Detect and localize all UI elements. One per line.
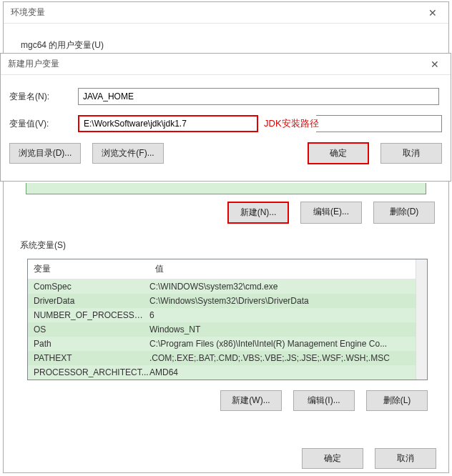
var-name-label: 变量名(N): xyxy=(9,91,78,103)
value-input-remainder[interactable] xyxy=(316,115,442,132)
table-row[interactable]: PATHEXT.COM;.EXE;.BAT;.CMD;.VBS;.VBE;.JS… xyxy=(28,351,416,365)
var-value-label: 变量值(V): xyxy=(9,118,78,130)
edit-sys-button[interactable]: 编辑(I)... xyxy=(293,390,355,411)
table-header: 变量 值 xyxy=(28,259,416,279)
browse-file-button[interactable]: 浏览文件(F)... xyxy=(92,143,164,164)
cell-variable: OS xyxy=(34,324,149,334)
table-row[interactable]: OSWindows_NT xyxy=(28,322,416,337)
cell-variable: DriverData xyxy=(34,296,149,306)
new-user-button[interactable]: 新建(N)... xyxy=(227,202,289,224)
user-vars-label: mgc64 的用户变量(U) xyxy=(21,39,431,51)
new-sys-button[interactable]: 新建(W)... xyxy=(220,390,282,411)
var-value-input[interactable] xyxy=(78,115,258,132)
ok-button[interactable]: 确定 xyxy=(308,142,369,164)
cell-value: C:\Program Files (x86)\Intel\Intel(R) Ma… xyxy=(149,339,416,349)
cell-value: C:\WINDOWS\system32\cmd.exe xyxy=(149,282,416,292)
delete-user-button[interactable]: 删除(D) xyxy=(373,202,435,224)
delete-sys-button[interactable]: 删除(L) xyxy=(366,390,428,411)
cell-variable: ComSpec xyxy=(34,282,149,292)
table-row[interactable]: DriverDataC:\Windows\System32\Drivers\Dr… xyxy=(28,294,416,308)
env-cancel-button[interactable]: 取消 xyxy=(375,448,436,469)
annotation-text: JDK安装路径 xyxy=(264,117,319,130)
table-row[interactable]: PathC:\Program Files (x86)\Intel\Intel(R… xyxy=(28,337,416,351)
close-icon[interactable]: ✕ xyxy=(424,7,441,19)
new-title-bar: 新建用户变量 ✕ xyxy=(1,54,451,75)
table-row[interactable]: PROCESSOR_ARCHITECT...AMD64 xyxy=(28,365,416,380)
cell-variable: PATHEXT xyxy=(34,353,149,363)
cell-value: .COM;.EXE;.BAT;.CMD;.VBS;.VBE;.JS;.JSE;.… xyxy=(149,353,416,363)
cell-value: AMD64 xyxy=(149,367,416,377)
user-list-fragment xyxy=(26,183,426,194)
system-vars-label: 系统变量(S) xyxy=(20,239,435,252)
cell-variable: Path xyxy=(34,339,149,349)
env-ok-button[interactable]: 确定 xyxy=(302,448,363,469)
table-row[interactable]: ComSpecC:\WINDOWS\system32\cmd.exe xyxy=(28,279,416,294)
cell-value: C:\Windows\System32\Drivers\DriverData xyxy=(149,296,416,306)
env-lower-section: 新建(N)... 编辑(E)... 删除(D) 系统变量(S) 变量 值 Com… xyxy=(20,197,435,427)
env-title-bar: 环境变量 ✕ xyxy=(4,2,448,24)
cell-value: Windows_NT xyxy=(149,324,416,334)
cancel-button[interactable]: 取消 xyxy=(380,143,442,164)
cell-variable: NUMBER_OF_PROCESSORS xyxy=(34,310,149,320)
system-vars-table: 变量 值 ComSpecC:\WINDOWS\system32\cmd.exeD… xyxy=(27,259,428,380)
env-title-text: 环境变量 xyxy=(11,6,45,19)
col-variable[interactable]: 变量 xyxy=(28,259,149,279)
scrollbar[interactable] xyxy=(416,259,427,380)
new-user-var-dialog: 新建用户变量 ✕ 变量名(N): 变量值(V): JDK安装路径 浏览目录(D)… xyxy=(0,53,451,182)
close-icon[interactable]: ✕ xyxy=(426,59,443,70)
edit-user-button[interactable]: 编辑(E)... xyxy=(300,202,362,224)
col-value[interactable]: 值 xyxy=(149,259,416,279)
table-row[interactable]: NUMBER_OF_PROCESSORS6 xyxy=(28,308,416,322)
new-title-text: 新建用户变量 xyxy=(8,58,59,70)
env-dialog-buttons: 确定 取消 xyxy=(302,448,436,469)
cell-value: 6 xyxy=(149,310,416,320)
var-name-input[interactable] xyxy=(78,88,439,105)
browse-dir-button[interactable]: 浏览目录(D)... xyxy=(9,143,81,164)
cell-variable: PROCESSOR_ARCHITECT... xyxy=(34,367,149,377)
